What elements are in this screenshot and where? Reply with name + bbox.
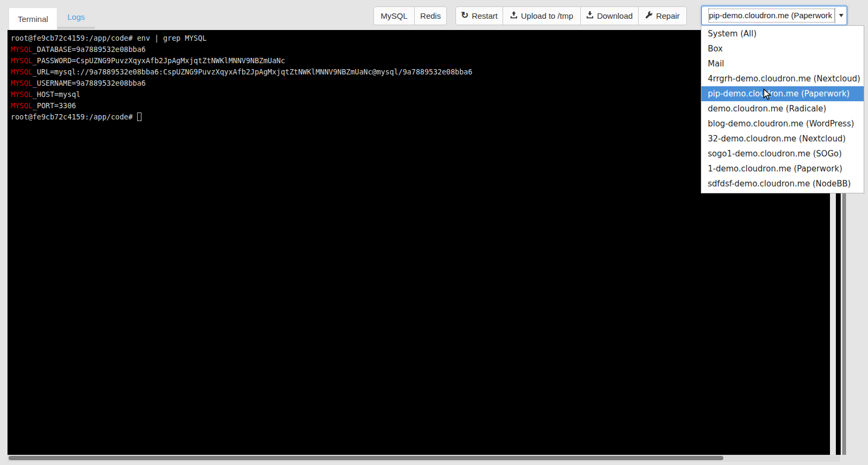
download-icon [586,11,594,20]
app-select[interactable]: pip-demo.cloudron.me (Paperwork [701,6,847,25]
upload-button[interactable]: Upload to /tmp [503,6,581,25]
mysql-button[interactable]: MySQL [373,6,415,25]
redis-button-label: Redis [420,11,440,20]
terminal-line: MYSQL_HOST=mysql [11,89,473,100]
terminal-line: MYSQL_DATABASE=9a7889532e08bba6 [11,44,473,55]
terminal-block-cursor [137,112,141,121]
tab-terminal-label: Terminal [18,14,48,24]
redis-button[interactable]: Redis [414,6,447,25]
mouse-pointer-icon [763,88,772,103]
terminal-line: MYSQL_URL=mysql://9a7889532e08bba6:CspUZ… [11,66,473,78]
dropdown-option-system[interactable]: System (All) [701,26,864,41]
horizontal-scrollbar-thumb[interactable] [9,456,723,460]
chevron-down-icon [839,14,843,17]
upload-button-label: Upload to /tmp [521,11,573,20]
dropdown-option-sogo1[interactable]: sogo1-demo.cloudron.me (SOGo) [701,146,864,161]
mysql-button-label: MySQL [380,11,407,20]
repair-button[interactable]: Repair [638,6,687,25]
restart-button[interactable]: ↻ Restart [455,6,503,25]
terminal-text: _PASSWORD=CspUZNG9PuvzXqyxAfb2JpAgMxjqtZ… [33,56,285,65]
db-button-group: MySQL Redis [373,6,447,25]
terminal-text: _URL=mysql://9a7889532e08bba6:CspUZNG9Pu… [33,68,473,76]
terminal-text-match: MYSQL [11,79,33,87]
download-button-label: Download [597,11,633,20]
repair-icon [645,11,653,20]
terminal-line: MYSQL_USERNAME=9a7889532e08bba6 [11,78,473,89]
terminal-line: MYSQL_PASSWORD=CspUZNG9PuvzXqyxAfb2JpAgM… [11,55,473,66]
terminal-line: root@fe9cb72c4159:/app/code# env | grep … [11,33,473,44]
dropdown-option-demo[interactable]: demo.cloudron.me (Radicale) [701,101,864,116]
tab-logs-underline [57,27,95,29]
terminal-text-match: MYSQL [11,90,33,99]
terminal-text-match: MYSQL [11,45,33,54]
terminal-text: root@fe9cb72c4159:/app/code# env | grep … [11,34,207,42]
app-select-dropdown: System (All) Box Mail 4rrgrh-demo.cloudr… [701,25,864,193]
app-select-value: pip-demo.cloudron.me (Paperwork [709,9,834,22]
terminal-text: root@fe9cb72c4159:/app/code# [11,112,137,121]
terminal-text: _HOST=mysql [33,90,80,99]
tab-logs[interactable]: Logs [57,6,95,27]
dropdown-option-box[interactable]: Box [701,41,864,56]
terminal-text: _PORT=3306 [33,101,76,110]
tab-terminal[interactable]: Terminal [9,8,57,30]
repair-button-label: Repair [656,11,679,20]
terminal-text: _USERNAME=9a7889532e08bba6 [33,79,146,87]
upload-icon [510,11,518,20]
horizontal-scrollbar-track[interactable] [8,455,840,462]
terminal-text-match: MYSQL [11,101,33,110]
app-select-arrow-button[interactable] [835,8,847,24]
action-button-group: ↻ Restart Upload to /tmp Download Repair [455,6,687,25]
terminal-text-match: MYSQL [11,56,33,65]
tab-logs-label: Logs [68,12,85,21]
dropdown-option-32[interactable]: 32-demo.cloudron.me (Nextcloud) [701,131,864,146]
terminal-text: _DATABASE=9a7889532e08bba6 [33,45,146,54]
download-button[interactable]: Download [580,6,639,25]
dropdown-option-pip-selected[interactable]: pip-demo.cloudron.me (Paperwork) [701,86,864,101]
dropdown-option-mail[interactable]: Mail [701,56,864,71]
dropdown-option-sdfdsf[interactable]: sdfdsf-demo.cloudron.me (NodeBB) [701,176,864,191]
dropdown-option-blog[interactable]: blog-demo.cloudron.me (WordPress) [701,116,864,131]
terminal-line: root@fe9cb72c4159:/app/code# [11,111,473,123]
restart-icon: ↻ [461,11,468,20]
terminal-line: MYSQL_PORT=3306 [11,100,473,111]
dropdown-option-1demo[interactable]: 1-demo.cloudron.me (Paperwork) [701,161,864,176]
dropdown-option-4rrgrh[interactable]: 4rrgrh-demo.cloudron.me (Nextcloud) [701,71,864,86]
terminal-text-match: MYSQL [11,68,33,76]
restart-button-label: Restart [472,11,497,20]
terminal-output: root@fe9cb72c4159:/app/code# env | grep … [11,33,473,123]
